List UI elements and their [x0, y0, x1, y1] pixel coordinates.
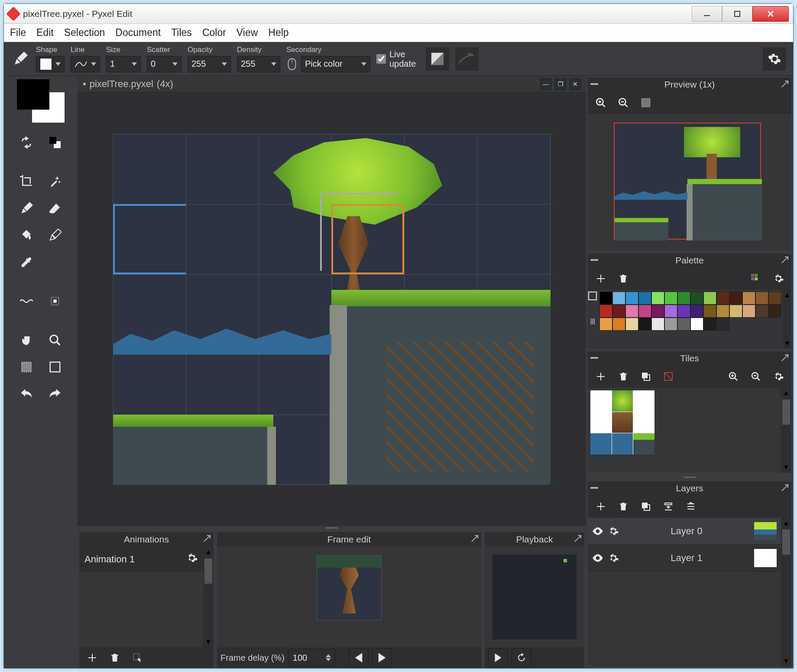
animation-row[interactable]: Animation 1 — [79, 547, 203, 572]
tiles-settings-icon[interactable] — [769, 367, 788, 386]
duplicate-tile-button[interactable] — [636, 367, 655, 386]
menu-selection[interactable]: Selection — [64, 27, 105, 39]
palette-color[interactable] — [768, 305, 781, 318]
duplicate-layer-button[interactable] — [636, 497, 655, 516]
palette-color[interactable] — [664, 292, 677, 305]
palette-color[interactable] — [664, 305, 677, 318]
tile-tool-icon[interactable] — [44, 290, 66, 312]
palette-color[interactable] — [612, 305, 625, 318]
palette-color[interactable] — [599, 305, 612, 318]
palette-color[interactable] — [638, 305, 651, 318]
pen-tool-icon[interactable] — [15, 197, 38, 220]
palette-color[interactable] — [599, 292, 612, 305]
palette-color[interactable] — [703, 305, 716, 318]
size-select[interactable]: 1 — [106, 56, 141, 72]
palette-color[interactable] — [729, 305, 742, 318]
delete-animation-button[interactable] — [105, 648, 124, 667]
popout-icon[interactable] — [471, 535, 479, 542]
doc-restore-icon[interactable]: ❐ — [555, 78, 566, 90]
gradient-icon[interactable] — [426, 47, 449, 71]
secondary-select[interactable]: Pick color — [301, 56, 370, 72]
palette-color[interactable] — [742, 305, 755, 318]
scrollbar[interactable]: ▲▼ — [781, 388, 791, 473]
palette-color[interactable] — [651, 318, 664, 331]
select-animation-tool[interactable] — [128, 648, 147, 667]
doc-minimize-icon[interactable]: — — [540, 78, 551, 90]
zoom-in-icon[interactable] — [591, 93, 610, 112]
palette-color[interactable] — [690, 305, 703, 318]
menu-file[interactable]: File — [10, 27, 26, 39]
visibility-icon[interactable] — [592, 554, 603, 562]
select-outline-tool-icon[interactable] — [44, 356, 66, 378]
delete-tile-button[interactable] — [614, 367, 633, 386]
scrollbar[interactable]: ▲▼ — [203, 547, 214, 647]
collapse-icon[interactable] — [590, 80, 598, 88]
loop-button[interactable] — [512, 648, 531, 667]
menu-view[interactable]: View — [237, 27, 258, 39]
tiles-zoom-out-icon[interactable] — [746, 367, 765, 386]
palette-color[interactable] — [716, 292, 729, 305]
liveupdate-check[interactable]: Live update — [376, 49, 420, 68]
palette-color[interactable] — [612, 292, 625, 305]
framedelay-spinner[interactable]: 100 — [288, 649, 336, 666]
palette-color[interactable] — [690, 318, 703, 331]
palette-color[interactable] — [625, 292, 638, 305]
close-button[interactable] — [752, 6, 789, 22]
menu-document[interactable]: Document — [115, 27, 161, 39]
line-tool-icon[interactable] — [44, 224, 66, 247]
tiles-zoom-in-icon[interactable] — [724, 367, 743, 386]
palette-color[interactable] — [677, 292, 690, 305]
eyedropper-tool-icon[interactable] — [15, 251, 38, 273]
menu-color[interactable]: Color — [202, 27, 226, 39]
add-layer-button[interactable] — [591, 497, 610, 516]
line-select[interactable] — [71, 56, 100, 72]
popout-icon[interactable] — [574, 535, 582, 542]
preview-body[interactable] — [588, 114, 791, 251]
redo-icon[interactable] — [44, 383, 66, 405]
popout-icon[interactable] — [781, 484, 789, 492]
toggle-bg-icon[interactable] — [636, 93, 655, 112]
color-swatches[interactable] — [17, 79, 65, 123]
palette-color[interactable] — [690, 292, 703, 305]
palette-grid[interactable] — [598, 290, 783, 349]
sort-palette-icon[interactable] — [746, 269, 765, 288]
gear-icon[interactable] — [186, 552, 198, 567]
select-rect-tool-icon[interactable] — [15, 356, 38, 378]
palette-color[interactable] — [612, 318, 625, 331]
palette-settings-icon[interactable] — [769, 269, 788, 288]
palette-color[interactable] — [664, 318, 677, 331]
merge-down-button[interactable] — [659, 497, 678, 516]
palette-color[interactable] — [651, 292, 664, 305]
tiles-body[interactable] — [588, 388, 781, 473]
maximize-button[interactable] — [722, 6, 752, 22]
palette-color[interactable] — [625, 305, 638, 318]
minimize-button[interactable] — [692, 6, 722, 22]
hand-tool-icon[interactable] — [15, 329, 38, 351]
palette-color[interactable] — [677, 318, 690, 331]
palette-color[interactable] — [638, 292, 651, 305]
scrollbar[interactable]: ▲▼ — [783, 290, 791, 349]
collapse-icon[interactable] — [590, 354, 598, 362]
delete-color-button[interactable] — [614, 269, 633, 288]
palette-color[interactable] — [716, 318, 729, 331]
layer-row[interactable]: Layer 0 — [588, 518, 781, 545]
doc-close-icon[interactable]: ✕ — [570, 78, 581, 90]
palette-color[interactable] — [677, 305, 690, 318]
add-animation-button[interactable] — [83, 648, 102, 667]
default-colors-icon[interactable] — [44, 131, 66, 154]
settings-icon[interactable] — [763, 47, 786, 71]
menu-edit[interactable]: Edit — [36, 27, 54, 39]
crop-tool-icon[interactable] — [15, 170, 38, 193]
gear-icon[interactable] — [608, 526, 619, 537]
pixel-perfect-icon[interactable]: 1px — [455, 47, 479, 71]
palette-color[interactable] — [768, 292, 781, 305]
palette-color[interactable] — [729, 292, 742, 305]
play-button[interactable] — [488, 648, 508, 667]
scatter-select[interactable]: 0 — [147, 56, 181, 72]
eraser-tool-icon[interactable] — [44, 197, 66, 220]
shape-select[interactable] — [36, 56, 65, 72]
palette-color[interactable] — [651, 305, 664, 318]
popout-icon[interactable] — [781, 354, 789, 362]
layer-row[interactable]: Layer 1 — [588, 545, 781, 571]
gear-icon[interactable] — [608, 552, 619, 564]
